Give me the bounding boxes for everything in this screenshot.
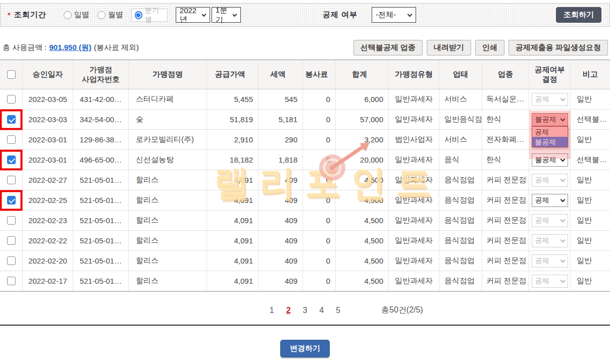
summary-bar: 총 사용금액 : 901,950 (원) (봉사료 제외) 선택불공제 업종내려…	[0, 40, 610, 56]
period-label: 조회기간	[14, 10, 46, 20]
row-checkbox[interactable]	[7, 95, 16, 103]
cell-note: 일반	[571, 231, 610, 250]
chevron-down-icon	[560, 96, 565, 101]
quarter-select-value: 1분기	[216, 6, 229, 25]
radio-circle-icon	[135, 11, 142, 19]
cell-merchant-type: 일반과세자	[389, 170, 439, 190]
deduction-select[interactable]: 불공제	[532, 153, 568, 167]
page-5[interactable]: 5	[336, 306, 340, 315]
table-row: 2022-03-03342-54-00…숯51,8195,181057,000일…	[0, 110, 610, 130]
cell-tax: 545	[259, 89, 303, 109]
cell-tax: 409	[259, 231, 303, 250]
select-all-checkbox[interactable]	[7, 70, 16, 79]
cell-checkbox	[0, 89, 23, 109]
cell-merchant-biz-number: 521-05-01…	[73, 170, 129, 190]
cell-merchant-name: 스터디카페	[129, 89, 207, 109]
cell-checkbox	[0, 190, 23, 210]
row-checkbox[interactable]	[7, 115, 16, 124]
total-amount-link[interactable]: 901,950 (원)	[49, 43, 91, 53]
dropdown-option[interactable]: 불공제	[532, 137, 568, 147]
page-4[interactable]: 4	[319, 306, 324, 315]
selective-nondeduct-industry-button[interactable]: 선택불공제 업종	[353, 40, 423, 56]
cell-tax: 5,181	[259, 110, 303, 129]
cell-merchant-biz-number: 496-65-00…	[73, 150, 129, 170]
cell-checkbox	[0, 211, 23, 230]
cell-tax: 290	[259, 130, 303, 149]
cell-merchant-biz-number: 521-05-01…	[73, 271, 129, 291]
chevron-down-icon	[560, 177, 565, 182]
row-checkbox[interactable]	[7, 216, 16, 225]
deduction-select-value: 공제	[535, 216, 549, 225]
cell-checkbox	[0, 150, 23, 170]
download-button[interactable]: 내려받기	[427, 40, 471, 56]
row-checkbox[interactable]	[7, 236, 16, 245]
header-service-charge: 봉사료	[303, 60, 336, 89]
quarter-select[interactable]: 1분기	[212, 7, 241, 23]
cell-tax: 409	[259, 271, 303, 291]
row-checkbox[interactable]	[7, 176, 16, 184]
filter-bar: * 조회기간 일별 월별 분기별 2022년 1분기 공제 여부 -전체- 조회…	[0, 3, 610, 27]
cell-total: 4,500	[336, 231, 389, 250]
cell-service-charge: 0	[303, 251, 336, 271]
row-checkbox[interactable]	[7, 256, 16, 265]
cell-checkbox	[0, 271, 23, 291]
cell-note: 일반	[571, 130, 610, 149]
table-header-row: 승인일자가맹점 사업자번호가맹점명공급가액세액봉사료합계가맹점유형업태업종공제여…	[0, 60, 610, 89]
year-select[interactable]: 2022년	[176, 7, 210, 23]
row-checkbox[interactable]	[7, 277, 16, 285]
chevron-down-icon	[560, 116, 565, 121]
row-checkbox[interactable]	[7, 135, 16, 144]
deduction-select: 공제	[532, 214, 568, 227]
radio-quarterly-label: 분기별	[145, 6, 164, 24]
dropdown-option[interactable]: 공제	[532, 127, 568, 137]
deduction-select: 공제	[532, 93, 568, 106]
row-checkbox[interactable]	[7, 196, 16, 204]
radio-quarterly[interactable]: 분기별	[131, 9, 168, 22]
table-row: 2022-02-22521-05-01…할리스4,09140904,500일반과…	[0, 231, 610, 251]
cell-note: 일반	[571, 251, 610, 271]
deduction-select-value: 불공제	[535, 115, 556, 124]
cell-business-category: 커피 전문점	[482, 271, 529, 291]
checkbox-wrap	[7, 277, 16, 285]
cell-deduction-decision: 공제	[529, 211, 571, 230]
radio-daily[interactable]: 일별	[64, 10, 89, 20]
cell-approval-date: 2022-02-22	[23, 231, 73, 250]
page-1[interactable]: 1	[270, 306, 274, 315]
deduction-file-request-button[interactable]: 공제제출용 파일생성요청	[509, 40, 608, 56]
radio-monthly[interactable]: 월별	[97, 10, 123, 20]
header-approval-date: 승인일자	[23, 60, 73, 89]
table-row: 2022-02-23521-05-01…할리스4,09140904,500일반과…	[0, 211, 610, 231]
cell-merchant-name: 할리스	[129, 251, 207, 271]
cell-service-charge: 0	[303, 110, 336, 129]
deduction-select[interactable]: 불공제	[532, 113, 568, 126]
cell-approval-date: 2022-03-01	[23, 130, 73, 149]
page-2[interactable]: 2	[286, 306, 291, 315]
cell-total: 4,500	[336, 190, 389, 210]
total-amount-suffix: (봉사료 제외)	[94, 43, 139, 53]
cell-merchant-type: 일반과세자	[389, 211, 439, 230]
cell-supply-value: 18,182	[207, 150, 259, 170]
change-button[interactable]: 변경하기	[280, 340, 330, 357]
cell-business-category: 커피 전문점	[482, 170, 529, 190]
deduction-select[interactable]: 공제	[532, 194, 568, 207]
summary-buttons: 선택불공제 업종내려받기인쇄공제제출용 파일생성요청	[353, 40, 608, 56]
deduction-select: 공제	[532, 254, 568, 268]
chevron-down-icon	[201, 12, 206, 16]
deduction-select-value: 공제	[535, 236, 549, 245]
cell-total: 4,500	[336, 211, 389, 230]
deduction-filter-select[interactable]: -전체-	[372, 7, 416, 23]
cell-merchant-type: 일반과세자	[389, 231, 439, 250]
cell-business-category: 전자화폐…	[482, 130, 529, 149]
cell-merchant-name: 할리스	[129, 170, 207, 190]
cell-checkbox	[0, 110, 23, 129]
search-button[interactable]: 조회하기	[556, 7, 601, 23]
cell-merchant-biz-number: 521-05-01…	[73, 190, 129, 210]
page-3[interactable]: 3	[303, 306, 308, 315]
cell-deduction-decision: 공제	[529, 170, 571, 190]
row-checkbox[interactable]	[7, 155, 16, 164]
pagination: 12345 총50건(2/5)	[0, 303, 610, 318]
header-checkbox-cell	[0, 60, 23, 89]
deduction-select-value: 공제	[535, 95, 549, 104]
print-button[interactable]: 인쇄	[475, 40, 504, 56]
cell-note: 일반	[571, 271, 610, 291]
